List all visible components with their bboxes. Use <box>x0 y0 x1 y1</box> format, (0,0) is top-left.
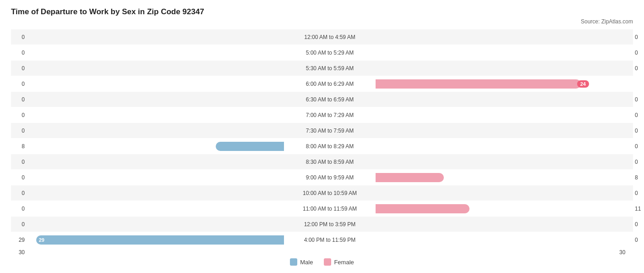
female-side <box>376 142 632 151</box>
female-bar <box>376 173 444 182</box>
bars-container: 5:00 AM to 5:29 AM <box>27 45 632 60</box>
male-side: 29 <box>27 235 284 245</box>
male-side <box>27 204 284 213</box>
chart-row: 06:00 AM to 6:29 AM24 <box>11 76 633 91</box>
female-side <box>376 189 632 198</box>
chart-row: 010:00 AM to 10:59 AM0 <box>11 185 633 201</box>
female-bar: 24 <box>376 79 581 89</box>
bars-container: 12:00 AM to 4:59 AM <box>27 29 632 45</box>
female-side <box>376 126 632 135</box>
time-label: 4:00 PM to 11:59 PM <box>284 237 376 243</box>
chart-row: 012:00 PM to 3:59 PM0 <box>11 217 633 232</box>
time-label: 10:00 AM to 10:59 AM <box>284 190 376 196</box>
axis-left-label: 30 <box>11 249 27 256</box>
female-value: 8 <box>632 174 644 181</box>
bars-container: 10:00 AM to 10:59 AM <box>27 185 632 201</box>
legend-male: Male <box>290 258 313 266</box>
chart-row: 07:00 AM to 7:29 AM0 <box>11 107 633 123</box>
male-value: 29 <box>11 237 27 243</box>
male-value: 0 <box>11 221 27 228</box>
male-bar <box>216 142 284 151</box>
male-value: 0 <box>11 50 27 56</box>
bars-container: 9:00 AM to 9:59 AM <box>27 170 632 185</box>
bars-container: 5:30 AM to 5:59 AM <box>27 61 632 76</box>
bars-container: 8:00 AM to 8:29 AM <box>27 139 632 154</box>
male-side <box>27 126 284 135</box>
female-value: 11 <box>632 206 644 212</box>
time-label: 7:00 AM to 7:29 AM <box>284 112 376 118</box>
chart-area: 012:00 AM to 4:59 AM005:00 AM to 5:29 AM… <box>11 29 633 247</box>
chart-row: 08:30 AM to 8:59 AM0 <box>11 154 633 169</box>
axis-right-label: 30 <box>617 249 633 256</box>
male-side <box>27 142 284 151</box>
male-value: 0 <box>11 112 27 118</box>
male-side <box>27 48 284 57</box>
female-value: 0 <box>632 112 644 118</box>
male-side <box>27 64 284 73</box>
male-side <box>27 79 284 89</box>
female-value: 0 <box>632 190 644 196</box>
legend-female-label: Female <box>334 259 354 266</box>
male-side <box>27 111 284 120</box>
time-label: 8:30 AM to 8:59 AM <box>284 159 376 165</box>
male-bar: 29 <box>36 235 284 245</box>
bars-container: 12:00 PM to 3:59 PM <box>27 217 632 232</box>
male-value: 0 <box>11 65 27 72</box>
female-badge: 24 <box>577 80 589 88</box>
bars-container: 7:30 AM to 7:59 AM <box>27 123 632 138</box>
female-value: 0 <box>632 237 644 243</box>
time-label: 7:30 AM to 7:59 AM <box>284 128 376 134</box>
chart-row: 09:00 AM to 9:59 AM8 <box>11 170 633 185</box>
chart-row: 05:00 AM to 5:29 AM0 <box>11 45 633 60</box>
source-label: Source: ZipAtlas.com <box>11 18 633 25</box>
chart-row: 06:30 AM to 6:59 AM0 <box>11 92 633 107</box>
female-value: 0 <box>632 221 644 228</box>
female-value: 0 <box>632 159 644 165</box>
chart-title: Time of Departure to Work by Sex in Zip … <box>11 7 633 17</box>
female-side <box>376 220 632 229</box>
female-value: 0 <box>632 34 644 40</box>
male-value: 0 <box>11 96 27 103</box>
legend-female-box <box>324 258 331 266</box>
male-value: 0 <box>11 174 27 181</box>
chart-row: 05:30 AM to 5:59 AM0 <box>11 61 633 76</box>
bars-container: 8:30 AM to 8:59 AM <box>27 154 632 169</box>
legend-male-label: Male <box>300 259 313 266</box>
time-label: 8:00 AM to 8:29 AM <box>284 143 376 150</box>
male-value: 0 <box>11 190 27 196</box>
legend-male-box <box>290 258 297 266</box>
female-side <box>376 173 632 182</box>
chart-row: 07:30 AM to 7:59 AM0 <box>11 123 633 138</box>
chart-row: 012:00 AM to 4:59 AM0 <box>11 29 633 45</box>
male-side <box>27 33 284 42</box>
female-side: 24 <box>376 79 632 89</box>
bars-container: 11:00 AM to 11:59 AM <box>27 201 632 216</box>
time-label: 5:00 AM to 5:29 AM <box>284 50 376 56</box>
time-label: 6:00 AM to 6:29 AM <box>284 81 376 87</box>
male-value: 0 <box>11 206 27 212</box>
male-value: 0 <box>11 159 27 165</box>
female-side <box>376 48 632 57</box>
female-value: 0 <box>632 65 644 72</box>
female-value: 0 <box>632 128 644 134</box>
female-value: 0 <box>632 96 644 103</box>
time-label: 5:30 AM to 5:59 AM <box>284 65 376 72</box>
female-value: 0 <box>632 143 644 150</box>
female-side <box>376 33 632 42</box>
bars-container: 7:00 AM to 7:29 AM <box>27 107 632 123</box>
male-badge: 29 <box>39 237 44 243</box>
chart-row: 011:00 AM to 11:59 AM11 <box>11 201 633 216</box>
female-side <box>376 111 632 120</box>
male-value: 8 <box>11 143 27 150</box>
male-side <box>27 157 284 167</box>
axis-row: 30 30 <box>11 249 633 256</box>
male-side <box>27 189 284 198</box>
male-side <box>27 95 284 104</box>
time-label: 12:00 AM to 4:59 AM <box>284 34 376 40</box>
bars-container: 294:00 PM to 11:59 PM <box>27 232 632 247</box>
legend-female: Female <box>324 258 354 266</box>
time-label: 11:00 AM to 11:59 AM <box>284 206 376 212</box>
time-label: 12:00 PM to 3:59 PM <box>284 221 376 228</box>
female-side <box>376 95 632 104</box>
legend: Male Female <box>11 258 633 266</box>
